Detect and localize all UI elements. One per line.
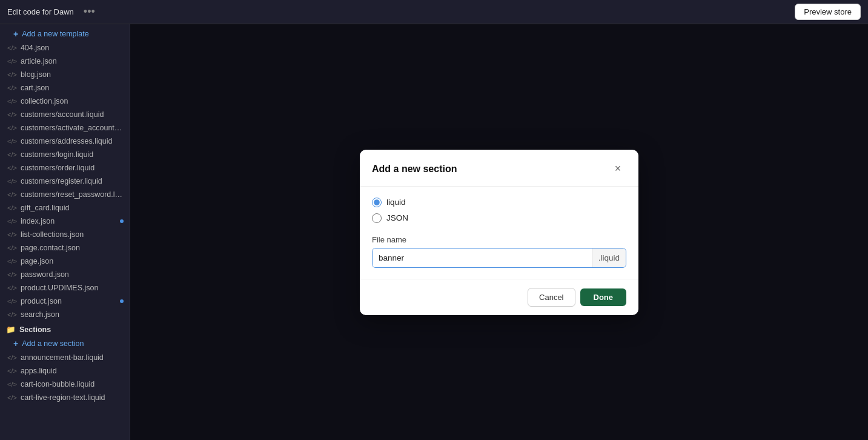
code-icon: </> bbox=[7, 164, 17, 172]
file-item-customers-reset[interactable]: </> customers/reset_password.liquid bbox=[0, 188, 130, 201]
file-item-page[interactable]: </> page.json bbox=[0, 255, 130, 268]
code-icon: </> bbox=[7, 258, 17, 265]
modal-header: Add a new section × bbox=[360, 150, 638, 187]
done-button[interactable]: Done bbox=[580, 288, 627, 306]
json-radio-option[interactable]: JSON bbox=[372, 213, 626, 223]
file-name: cart-live-region-text.liquid bbox=[21, 393, 105, 402]
code-icon: </> bbox=[7, 111, 17, 118]
file-name: product.json bbox=[21, 297, 62, 305]
code-icon: </> bbox=[7, 84, 17, 92]
add-template-item[interactable]: + Add a new template bbox=[0, 27, 130, 41]
code-icon: </> bbox=[7, 178, 17, 185]
file-item-customers-addresses[interactable]: </> customers/addresses.liquid bbox=[0, 135, 130, 148]
file-name: customers/activate_account.liq... bbox=[21, 124, 124, 132]
file-item-cart[interactable]: </> cart.json bbox=[0, 81, 130, 95]
json-radio-input[interactable] bbox=[372, 213, 382, 223]
code-icon: </> bbox=[7, 71, 17, 78]
file-item-404[interactable]: </> 404.json bbox=[0, 41, 130, 55]
file-name: article.json bbox=[21, 57, 57, 65]
code-icon: </> bbox=[7, 394, 17, 401]
preview-store-button[interactable]: Preview store bbox=[795, 4, 861, 20]
file-item-collection[interactable]: </> collection.json bbox=[0, 95, 130, 108]
file-item-page-contact[interactable]: </> page.contact.json bbox=[0, 241, 130, 255]
modified-dot bbox=[120, 219, 124, 223]
modal-overlay: Add a new section × liquid JSON File nam… bbox=[130, 24, 868, 440]
code-icon: </> bbox=[7, 98, 17, 105]
add-section-item[interactable]: + Add a new section bbox=[0, 336, 130, 351]
file-name: announcement-bar.liquid bbox=[21, 353, 104, 362]
topbar-dots-button[interactable]: ••• bbox=[80, 4, 99, 19]
file-item-product[interactable]: </> product.json bbox=[0, 295, 130, 308]
file-item-gift-card[interactable]: </> gift_card.liquid bbox=[0, 201, 130, 215]
code-icon: </> bbox=[7, 244, 17, 252]
code-icon: </> bbox=[7, 138, 17, 145]
sections-label: Sections bbox=[19, 325, 51, 334]
file-name: customers/register.liquid bbox=[21, 177, 102, 185]
file-name: cart-icon-bubble.liquid bbox=[21, 380, 94, 388]
file-name: search.json bbox=[21, 310, 59, 319]
plus-icon: + bbox=[13, 29, 18, 39]
file-item-article[interactable]: </> article.json bbox=[0, 55, 130, 68]
file-name-input[interactable] bbox=[373, 248, 592, 267]
file-item-customers-register[interactable]: </> customers/register.liquid bbox=[0, 175, 130, 188]
file-item-customers-activate[interactable]: </> customers/activate_account.liq... bbox=[0, 121, 130, 135]
code-icon: </> bbox=[7, 298, 17, 305]
sections-header[interactable]: 📁 Sections bbox=[0, 321, 130, 336]
file-item-list-collections[interactable]: </> list-collections.json bbox=[0, 228, 130, 241]
file-name: product.UPDIMES.json bbox=[21, 284, 99, 292]
modal-footer: Cancel Done bbox=[360, 279, 638, 315]
liquid-label: liquid bbox=[386, 198, 406, 207]
liquid-radio-input[interactable] bbox=[372, 198, 382, 207]
json-label: JSON bbox=[386, 213, 408, 222]
file-name: gift_card.liquid bbox=[21, 204, 70, 212]
file-name: 404.json bbox=[21, 44, 49, 52]
file-item-blog[interactable]: </> blog.json bbox=[0, 68, 130, 81]
file-name: password.json bbox=[21, 270, 69, 279]
section-file-cart-live[interactable]: </> cart-live-region-text.liquid bbox=[0, 391, 130, 404]
code-icon: </> bbox=[7, 271, 17, 278]
cancel-button[interactable]: Cancel bbox=[528, 288, 575, 307]
file-name: customers/reset_password.liquid bbox=[21, 190, 124, 199]
code-icon: </> bbox=[7, 284, 17, 292]
liquid-radio-option[interactable]: liquid bbox=[372, 198, 626, 207]
file-name: collection.json bbox=[21, 97, 68, 105]
add-template-label: Add a new template bbox=[22, 30, 89, 38]
file-name: blog.json bbox=[21, 70, 51, 79]
modal-title: Add a new section bbox=[372, 164, 457, 175]
add-section-modal: Add a new section × liquid JSON File nam… bbox=[360, 150, 638, 315]
file-name: cart.json bbox=[21, 84, 49, 92]
code-icon: </> bbox=[7, 218, 17, 225]
file-item-product-updimes[interactable]: </> product.UPDIMES.json bbox=[0, 281, 130, 295]
modal-body: liquid JSON File name .liquid bbox=[360, 187, 638, 279]
file-item-customers-account[interactable]: </> customers/account.liquid bbox=[0, 108, 130, 121]
code-icon: </> bbox=[7, 311, 17, 318]
code-icon: </> bbox=[7, 58, 17, 65]
code-icon: </> bbox=[7, 44, 17, 52]
file-name: customers/login.liquid bbox=[21, 150, 93, 159]
file-item-password[interactable]: </> password.json bbox=[0, 268, 130, 281]
section-file-cart-icon[interactable]: </> cart-icon-bubble.liquid bbox=[0, 378, 130, 391]
section-file-announcement-bar[interactable]: </> announcement-bar.liquid bbox=[0, 351, 130, 364]
file-name: customers/account.liquid bbox=[21, 110, 104, 119]
file-name-label: File name bbox=[372, 235, 626, 244]
folder-icon: 📁 bbox=[6, 325, 16, 334]
file-name: customers/order.liquid bbox=[21, 164, 94, 172]
add-section-label: Add a new section bbox=[22, 339, 84, 348]
file-name-row: .liquid bbox=[372, 248, 626, 268]
topbar: Edit code for Dawn ••• Preview store bbox=[0, 0, 868, 24]
modified-dot bbox=[120, 299, 124, 303]
file-name: apps.liquid bbox=[21, 367, 57, 375]
code-icon: </> bbox=[7, 381, 17, 388]
file-item-customers-login[interactable]: </> customers/login.liquid bbox=[0, 148, 130, 161]
code-icon: </> bbox=[7, 367, 17, 375]
file-item-customers-order[interactable]: </> customers/order.liquid bbox=[0, 161, 130, 175]
modal-close-button[interactable]: × bbox=[609, 161, 626, 178]
file-item-search[interactable]: </> search.json bbox=[0, 308, 130, 321]
main-content: Add a new section × liquid JSON File nam… bbox=[130, 24, 868, 440]
section-file-apps[interactable]: </> apps.liquid bbox=[0, 364, 130, 378]
code-icon: </> bbox=[7, 191, 17, 198]
file-item-index[interactable]: </> index.json bbox=[0, 215, 130, 228]
code-icon: </> bbox=[7, 124, 17, 132]
plus-icon: + bbox=[13, 339, 18, 348]
sidebar: + Add a new template </> 404.json </> ar… bbox=[0, 24, 130, 440]
